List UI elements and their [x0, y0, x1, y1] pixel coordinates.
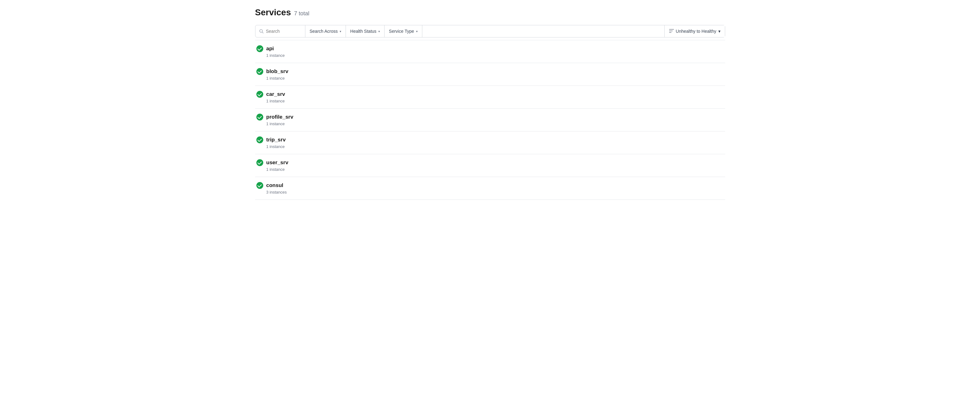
service-name-label: api [266, 46, 274, 52]
service-name-row: user_srv [256, 159, 724, 166]
service-item[interactable]: api1 instance [255, 40, 725, 63]
health-status-icon [256, 136, 263, 143]
service-name-row: consul [256, 182, 724, 189]
toolbar: Search Across ▾ Health Status ▾ Service … [255, 25, 725, 37]
chevron-down-icon: ▾ [340, 30, 341, 33]
service-item[interactable]: trip_srv1 instance [255, 131, 725, 154]
search-input[interactable] [266, 29, 301, 34]
service-name-row: api [256, 45, 724, 52]
search-across-button[interactable]: Search Across ▾ [305, 25, 346, 37]
service-name-label: profile_srv [266, 114, 293, 120]
health-status-button[interactable]: Health Status ▾ [346, 25, 385, 37]
services-list: api1 instanceblob_srv1 instancecar_srv1 … [255, 40, 725, 200]
search-box [255, 25, 305, 37]
service-instances-label: 1 instance [256, 144, 724, 149]
health-status-icon [256, 159, 263, 166]
service-name-row: car_srv [256, 91, 724, 98]
service-instances-label: 1 instance [256, 167, 724, 172]
service-name-label: blob_srv [266, 69, 288, 75]
service-item[interactable]: car_srv1 instance [255, 86, 725, 109]
service-name-label: car_srv [266, 91, 285, 97]
service-instances-label: 1 instance [256, 53, 724, 58]
health-status-icon [256, 113, 263, 121]
service-name-label: trip_srv [266, 137, 286, 143]
health-status-icon [256, 68, 263, 75]
service-item[interactable]: consul3 instances [255, 177, 725, 200]
page-subtitle: 7 total [294, 10, 309, 17]
service-item[interactable]: blob_srv1 instance [255, 63, 725, 86]
service-item[interactable]: user_srv1 instance [255, 154, 725, 177]
service-instances-label: 1 instance [256, 99, 724, 103]
service-name-label: user_srv [266, 160, 288, 166]
health-status-icon [256, 182, 263, 189]
svg-line-1 [262, 32, 263, 34]
service-type-button[interactable]: Service Type ▾ [385, 25, 422, 37]
service-instances-label: 3 instances [256, 190, 724, 195]
page-title: Services [255, 8, 291, 18]
sort-icon [669, 29, 674, 34]
health-status-icon [256, 45, 263, 52]
service-name-row: profile_srv [256, 113, 724, 121]
service-name-row: trip_srv [256, 136, 724, 143]
service-instances-label: 1 instance [256, 76, 724, 81]
page-header: Services 7 total [255, 8, 725, 18]
chevron-down-icon: ▾ [378, 30, 380, 33]
service-instances-label: 1 instance [256, 121, 724, 126]
chevron-down-icon: ▾ [416, 30, 418, 33]
page-container: Services 7 total Search Across ▾ Health … [245, 0, 735, 207]
service-name-row: blob_srv [256, 68, 724, 75]
health-status-icon [256, 91, 263, 98]
chevron-down-icon: ▾ [718, 29, 721, 34]
search-icon [259, 29, 264, 34]
service-item[interactable]: profile_srv1 instance [255, 109, 725, 131]
sort-button[interactable]: Unhealthy to Healthy ▾ [664, 25, 725, 37]
service-name-label: consul [266, 182, 283, 188]
